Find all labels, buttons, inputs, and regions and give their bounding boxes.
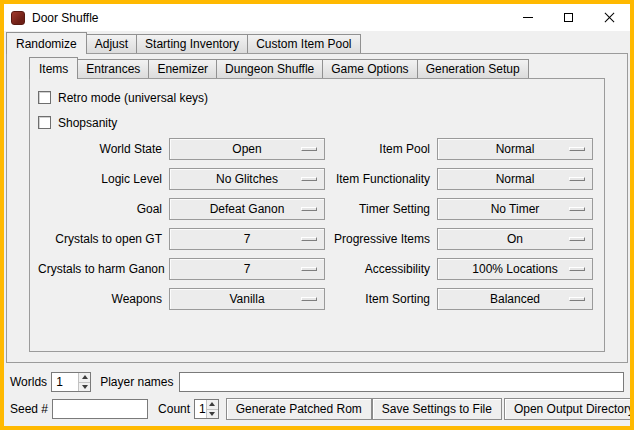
timer-setting-label: Timer Setting — [332, 202, 430, 216]
item-sorting-dropdown[interactable]: Balanced — [437, 288, 593, 310]
dropdown-indicator-icon — [569, 207, 585, 211]
dropdown-indicator-icon — [569, 297, 585, 301]
item-pool-value: Normal — [496, 142, 535, 156]
goal-label: Goal — [38, 202, 162, 216]
generate-row: Seed # Count 1 Generate Patched Rom Save… — [10, 398, 624, 420]
window: Door Shuffle Randomize Adjust Starting I… — [0, 0, 634, 430]
weapons-value: Vanilla — [229, 292, 264, 306]
generate-patched-rom-button[interactable]: Generate Patched Rom — [226, 398, 372, 420]
count-value: 1 — [195, 400, 206, 418]
minimize-icon — [523, 17, 533, 18]
worlds-value: 1 — [52, 373, 78, 391]
dropdown-indicator-icon — [301, 177, 317, 181]
seed-input[interactable] — [52, 399, 148, 419]
retro-mode-checkbox-box[interactable] — [38, 91, 51, 104]
accessibility-dropdown[interactable]: 100% Locations — [437, 258, 593, 280]
items-pane: Retro mode (universal keys) Shopsanity W… — [29, 78, 605, 352]
player-names-label: Player names — [100, 375, 173, 389]
close-button[interactable] — [589, 4, 630, 31]
accessibility-value: 100% Locations — [472, 262, 557, 276]
shopsanity-checkbox[interactable]: Shopsanity — [38, 110, 596, 135]
tab-starting-inventory[interactable]: Starting Inventory — [136, 34, 248, 53]
crystals-open-gt-dropdown[interactable]: 7 — [169, 228, 325, 250]
arrow-up-icon — [82, 375, 88, 379]
window-title: Door Shuffle — [32, 11, 99, 25]
save-settings-button[interactable]: Save Settings to File — [372, 398, 502, 420]
count-spin-arrows — [206, 400, 218, 418]
tab-randomize[interactable]: Randomize — [6, 32, 87, 54]
multiworld-row: Worlds 1 Player names — [10, 371, 624, 393]
tab-enemizer[interactable]: Enemizer — [148, 59, 217, 78]
arrow-up-icon — [209, 402, 215, 406]
crystals-open-gt-label: Crystals to open GT — [38, 232, 162, 246]
world-state-value: Open — [232, 142, 261, 156]
tab-adjust[interactable]: Adjust — [86, 34, 137, 53]
tab-entrances[interactable]: Entrances — [77, 59, 149, 78]
titlebar: Door Shuffle — [4, 4, 630, 31]
timer-setting-dropdown[interactable]: No Timer — [437, 198, 593, 220]
shopsanity-label: Shopsanity — [58, 116, 117, 130]
dropdown-indicator-icon — [569, 237, 585, 241]
item-functionality-value: Normal — [496, 172, 535, 186]
count-spin-up[interactable] — [207, 400, 218, 409]
progressive-items-dropdown[interactable]: On — [437, 228, 593, 250]
item-sorting-value: Balanced — [490, 292, 540, 306]
worlds-label: Worlds — [10, 375, 47, 389]
app-icon — [11, 11, 25, 25]
count-spinbox[interactable]: 1 — [194, 399, 219, 419]
worlds-spin-arrows — [78, 373, 90, 391]
crystals-harm-ganon-value: 7 — [244, 262, 251, 276]
tab-custom-item-pool[interactable]: Custom Item Pool — [247, 34, 360, 53]
tab-dungeon-shuffle[interactable]: Dungeon Shuffle — [216, 59, 323, 78]
tab-items[interactable]: Items — [29, 57, 78, 79]
open-output-directory-button[interactable]: Open Output Directory — [504, 398, 634, 420]
item-pool-dropdown[interactable]: Normal — [437, 138, 593, 160]
dropdown-indicator-icon — [301, 267, 317, 271]
progressive-items-label: Progressive Items — [332, 232, 430, 246]
crystals-harm-ganon-label: Crystals to harm Ganon — [38, 262, 162, 276]
maximize-icon — [564, 13, 573, 22]
crystals-harm-ganon-dropdown[interactable]: 7 — [169, 258, 325, 280]
options-grid: World State Open Item Pool Normal Logic … — [38, 138, 596, 310]
item-pool-label: Item Pool — [332, 142, 430, 156]
retro-mode-checkbox[interactable]: Retro mode (universal keys) — [38, 85, 596, 110]
worlds-spin-up[interactable] — [79, 373, 90, 382]
player-names-input[interactable] — [179, 372, 625, 392]
maximize-button[interactable] — [548, 4, 589, 31]
goal-dropdown[interactable]: Defeat Ganon — [169, 198, 325, 220]
dropdown-indicator-icon — [569, 267, 585, 271]
dropdown-indicator-icon — [301, 207, 317, 211]
randomize-pane: Items Entrances Enemizer Dungeon Shuffle… — [6, 53, 628, 363]
timer-setting-value: No Timer — [491, 202, 540, 216]
inner-tab-bar: Items Entrances Enemizer Dungeon Shuffle… — [29, 58, 528, 78]
tab-generation-setup[interactable]: Generation Setup — [417, 59, 529, 78]
count-spin-down[interactable] — [207, 409, 218, 419]
arrow-down-icon — [82, 385, 88, 389]
dropdown-indicator-icon — [301, 297, 317, 301]
logic-level-value: No Glitches — [216, 172, 278, 186]
goal-value: Defeat Ganon — [210, 202, 285, 216]
window-controls — [507, 4, 630, 31]
retro-mode-label: Retro mode (universal keys) — [58, 91, 208, 105]
outer-tab-bar: Randomize Adjust Starting Inventory Cust… — [6, 33, 360, 53]
logic-level-label: Logic Level — [38, 172, 162, 186]
minimize-button[interactable] — [507, 4, 548, 31]
seed-label: Seed # — [10, 402, 48, 416]
crystals-open-gt-value: 7 — [244, 232, 251, 246]
dropdown-indicator-icon — [301, 147, 317, 151]
worlds-spinbox[interactable]: 1 — [51, 372, 91, 392]
weapons-dropdown[interactable]: Vanilla — [169, 288, 325, 310]
world-state-dropdown[interactable]: Open — [169, 138, 325, 160]
client-area: Randomize Adjust Starting Inventory Cust… — [4, 31, 630, 426]
worlds-spin-down[interactable] — [79, 382, 90, 392]
progressive-items-value: On — [507, 232, 523, 246]
world-state-label: World State — [38, 142, 162, 156]
dropdown-indicator-icon — [569, 177, 585, 181]
item-functionality-dropdown[interactable]: Normal — [437, 168, 593, 190]
weapons-label: Weapons — [38, 292, 162, 306]
count-label: Count — [158, 402, 190, 416]
dropdown-indicator-icon — [301, 237, 317, 241]
tab-game-options[interactable]: Game Options — [322, 59, 417, 78]
shopsanity-checkbox-box[interactable] — [38, 116, 51, 129]
logic-level-dropdown[interactable]: No Glitches — [169, 168, 325, 190]
